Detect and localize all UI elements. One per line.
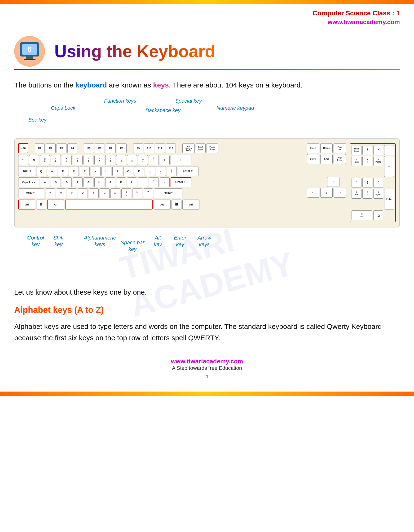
brace-right-key: }] — [156, 166, 166, 176]
ctrl-row: ctrl ⊞ Alt Alt ⊞ ctrl — [18, 200, 304, 209]
slash-key: ?/ — [143, 189, 153, 198]
alt-key-label: Altkey — [154, 235, 162, 248]
special-key-label: Special key — [175, 98, 202, 104]
spacebar-key-label: Space barkey — [121, 239, 144, 253]
bottom-gradient-bar — [0, 391, 414, 396]
pgup-key: Pageup — [334, 143, 346, 153]
f12-key: F12 — [166, 143, 176, 153]
monitor-screen: 6 — [22, 44, 37, 55]
intro-paragraph: The buttons on the keyboard are known as… — [0, 77, 414, 93]
win-left-key: ⊞ — [36, 200, 46, 209]
r-key: R — [69, 166, 79, 176]
num7-key: &7 — [94, 155, 104, 165]
arrow-left-key: ← — [307, 188, 319, 198]
numpad-plus-key: + — [384, 156, 394, 177]
nav-row-2: Delete End PageDown — [307, 154, 346, 164]
alt-left-key: Alt — [47, 200, 64, 209]
enter-key-label: Enterkey — [174, 235, 186, 248]
arrow-row-up: ↑ — [307, 177, 346, 187]
chapter-title: Using the Keyboard — [54, 42, 215, 61]
num-lock-key: NumLock — [352, 145, 361, 155]
arrow-up-key: ↑ — [327, 177, 339, 187]
alphabet-paragraph: Alphabet keys are used to type letters a… — [0, 318, 414, 346]
num0-key: )0 — [127, 155, 137, 165]
numpad-row-4: 1End 2↓ 3PgDn Enter — [352, 189, 394, 209]
quote-key: "' — [149, 177, 159, 187]
f1-key: F1 — [35, 143, 45, 153]
caps-lock-label: Caps Lock — [51, 105, 76, 111]
scroll-lock-key: ScrollLock — [196, 143, 206, 153]
spacebar-key — [65, 200, 153, 209]
f6-key: F6 — [95, 143, 105, 153]
c-key: C — [67, 189, 77, 198]
plus-key: += — [149, 155, 159, 165]
arrow-keys-label: Arrowkeys — [198, 235, 211, 248]
o-key: O — [123, 166, 133, 176]
comma-key: <, — [121, 189, 131, 198]
ctrl-right-key: ctrl — [183, 200, 199, 209]
asdf-row: Caps Lock A S D F G H J K L :; "' ↵ Ente… — [18, 177, 304, 187]
arrow-row-lr: ← ↓ → — [307, 188, 346, 198]
enter-key-main: Enter ↵ — [171, 177, 191, 187]
num1-key: !1 — [29, 155, 39, 165]
numeric-keypad: NumLock / * − 7Home 8↑ 9PgUp + 4← — [350, 143, 396, 222]
f3-key: F3 — [57, 143, 67, 153]
numpad-1-key: 1End — [352, 189, 361, 199]
chapter-header: 6 Using the Keyboard — [0, 29, 414, 69]
pause-break-key: PauseBreak — [207, 143, 218, 153]
num9-key: (9 — [116, 155, 126, 165]
shift-row: ⇧Shift ↑ Z X C V B N M <, >. ?/ ⇧Shift — [18, 189, 304, 198]
control-key-label: Controlkey — [27, 235, 44, 248]
page-header: Computer Science Class : 1 www.tiwariaca… — [0, 4, 414, 29]
keyboard-section: Esc key Caps Lock Function keys Backspac… — [0, 93, 414, 282]
q-key: Q — [36, 166, 46, 176]
num5-key: %5 — [73, 155, 83, 165]
period-key: >. — [132, 189, 142, 198]
f11-key: F11 — [155, 143, 165, 153]
ctrl-left-key: ctrl — [18, 200, 35, 209]
brace-left-key: {[ — [145, 166, 155, 176]
arrow-down-key: ↓ — [320, 188, 333, 198]
numpad-8-key: 8↑ — [362, 156, 372, 166]
minus-key: _- — [138, 155, 148, 165]
f9-key: F9 — [133, 143, 143, 153]
numpad-del-key: .Del — [373, 210, 383, 220]
p-key: P — [134, 166, 144, 176]
delete-key: Delete — [307, 154, 319, 164]
m-key: M — [110, 189, 120, 198]
caps-lock-key: Caps Lock — [18, 177, 39, 187]
w-key: W — [47, 166, 57, 176]
numpad-4-key: 4← — [352, 178, 361, 188]
numpad-0-key: 0Ins — [352, 210, 372, 220]
f2-key: F2 — [46, 143, 56, 153]
win-right-key: ⊞ — [172, 200, 182, 209]
f10-key: F10 — [144, 143, 154, 153]
nav-row-1: Insert Home Pageup — [307, 143, 346, 153]
numpad-top-row: NumLock / * − — [352, 145, 394, 155]
navigation-cluster: Insert Home Pageup Delete End PageDown — [307, 143, 346, 222]
numpad-9-key: 9PgUp — [373, 156, 383, 166]
i-key: I — [112, 166, 122, 176]
u-key: U — [101, 166, 111, 176]
backslash-key: |\ — [167, 166, 177, 176]
tilde-key: ~` — [18, 155, 28, 165]
qwerty-row: Tab ⇥ Q W E R T Y U I O P {[ }] |\ — [18, 166, 304, 176]
numpad-6-key: 6→ — [373, 178, 383, 188]
intro-part1: The buttons on the — [14, 81, 76, 89]
k-key: K — [116, 177, 126, 187]
num2-key: @2 — [40, 155, 50, 165]
numpad-row-5: 0Ins .Del — [352, 210, 394, 220]
alt-right-key: Alt — [154, 200, 171, 209]
intro-part3: . There are about 104 keys on a keyboard… — [169, 81, 303, 89]
numpad-minus-key: − — [384, 145, 394, 155]
numpad-7-key: 7Home — [352, 156, 361, 166]
let-us-know-text: Let us know about these keys one by one. — [0, 284, 414, 300]
numeric-keypad-label: Numeric keypad — [216, 105, 254, 111]
f5-key: F5 — [84, 143, 94, 153]
home-key: Home — [320, 143, 333, 153]
s-key: S — [51, 177, 61, 187]
esc-key: Esc — [18, 143, 28, 153]
d-key: D — [62, 177, 72, 187]
pgdn-key: PageDown — [334, 154, 346, 164]
header-text-block: Computer Science Class : 1 www.tiwariaca… — [313, 9, 400, 27]
